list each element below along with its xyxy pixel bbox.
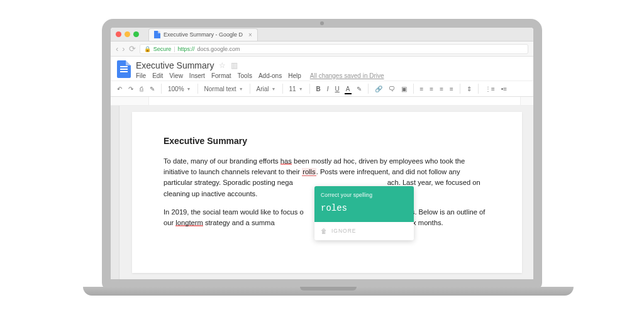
docs-toolbar: ↶ ↷ ⎙ ✎ 100%▼ Normal text▼ Arial▼ 11▼ B … — [111, 80, 533, 97]
font-dropdown[interactable]: Arial▼ — [255, 84, 277, 94]
suggestion-ignore[interactable]: 🗑 IGNORE — [314, 222, 414, 241]
paint-format-icon[interactable]: ✎ — [148, 84, 156, 94]
print-icon[interactable]: ⎙ — [138, 84, 145, 94]
align-right-icon[interactable]: ≡ — [438, 84, 445, 94]
laptop-base — [83, 287, 574, 296]
traffic-light-zoom[interactable] — [133, 31, 139, 37]
bullet-list-icon[interactable]: •≡ — [500, 84, 508, 94]
webcam-icon — [320, 21, 324, 25]
tab-close-icon[interactable]: × — [248, 31, 252, 38]
numbered-list-icon[interactable]: ⋮≡ — [484, 84, 496, 94]
menu-edit[interactable]: Edit — [152, 72, 163, 79]
spelling-error[interactable]: longterm — [175, 219, 203, 226]
nav-reload-icon[interactable]: ⟳ — [129, 44, 136, 53]
tab-title: Executive Summary - Google D — [164, 31, 243, 38]
nav-forward-icon[interactable]: › — [122, 44, 125, 53]
align-left-icon[interactable]: ≡ — [419, 84, 425, 94]
underline-button[interactable]: U — [334, 84, 341, 94]
traffic-light-close[interactable] — [116, 31, 121, 37]
url-protocol: https:// — [178, 46, 195, 52]
star-icon[interactable]: ☆ — [219, 61, 226, 70]
nav-back-icon[interactable]: ‹ — [116, 44, 118, 53]
menu-help[interactable]: Help — [288, 72, 301, 79]
address-field[interactable]: 🔒 Secure | https://docs.google.com — [140, 44, 528, 54]
traffic-light-minimize[interactable] — [125, 31, 130, 37]
document-title[interactable]: Executive Summary — [136, 60, 214, 70]
suggestion-accept[interactable]: Correct your spelling roles — [314, 186, 414, 222]
secure-label: Secure — [153, 46, 172, 52]
menu-view[interactable]: View — [169, 72, 183, 79]
menu-insert[interactable]: Insert — [189, 72, 205, 79]
menu-format[interactable]: Format — [211, 72, 231, 79]
docs-header: Executive Summary ☆ ▥ File Edit View Ins… — [111, 57, 533, 80]
align-justify-icon[interactable]: ≡ — [448, 84, 455, 94]
zoom-dropdown[interactable]: 100%▼ — [167, 84, 192, 94]
menu-addons[interactable]: Add-ons — [258, 72, 282, 79]
document-page[interactable]: Executive Summary To date, many of our b… — [132, 112, 522, 273]
doc-heading: Executive Summary — [164, 135, 491, 148]
suggestion-hint: Correct your spelling — [321, 191, 408, 199]
lock-icon: 🔒 — [144, 46, 151, 52]
ruler — [111, 97, 533, 106]
highlight-icon[interactable]: ✎ — [355, 84, 363, 94]
redo-icon[interactable]: ↷ — [127, 84, 135, 94]
menu-file[interactable]: File — [136, 72, 146, 79]
style-dropdown[interactable]: Normal text▼ — [203, 84, 245, 94]
trash-icon: 🗑 — [321, 226, 328, 236]
outline-panel[interactable] — [111, 106, 119, 279]
comment-icon[interactable]: 🗨 — [387, 84, 396, 94]
menu-bar: File Edit View Insert Format Tools Add-o… — [136, 72, 527, 79]
italic-button[interactable]: I — [326, 84, 330, 94]
link-icon[interactable]: 🔗 — [374, 84, 384, 94]
align-center-icon[interactable]: ≡ — [428, 84, 435, 94]
spelling-error-selected[interactable]: rolls — [302, 168, 316, 176]
line-spacing-icon[interactable]: ⇕ — [465, 84, 473, 94]
docs-favicon-icon — [154, 31, 160, 38]
bold-button[interactable]: B — [315, 84, 322, 94]
folder-icon[interactable]: ▥ — [231, 61, 238, 70]
window-tab-strip: Executive Summary - Google D × — [111, 28, 533, 42]
url-host: docs.google.com — [197, 46, 240, 52]
menu-tools[interactable]: Tools — [238, 72, 252, 79]
text-color-button[interactable]: A — [345, 84, 352, 94]
image-icon[interactable]: ▣ — [400, 84, 408, 94]
browser-url-bar: ‹ › ⟳ 🔒 Secure | https://docs.google.com — [111, 42, 533, 57]
docs-logo-icon[interactable] — [117, 60, 131, 78]
save-status: All changes saved in Drive — [310, 72, 384, 79]
suggestion-word: roles — [321, 202, 408, 216]
undo-icon[interactable]: ↶ — [116, 84, 123, 94]
spelling-suggestion-popup: Correct your spelling roles 🗑 IGNORE — [314, 186, 414, 240]
screen: Executive Summary - Google D × ‹ › ⟳ 🔒 S… — [102, 19, 542, 289]
laptop-frame: Executive Summary - Google D × ‹ › ⟳ 🔒 S… — [83, 19, 561, 303]
grammar-error[interactable]: has — [280, 157, 292, 165]
editor-canvas: Executive Summary To date, many of our b… — [111, 106, 533, 279]
browser-tab[interactable]: Executive Summary - Google D × — [148, 28, 258, 41]
font-size[interactable]: 11▼ — [288, 84, 304, 94]
